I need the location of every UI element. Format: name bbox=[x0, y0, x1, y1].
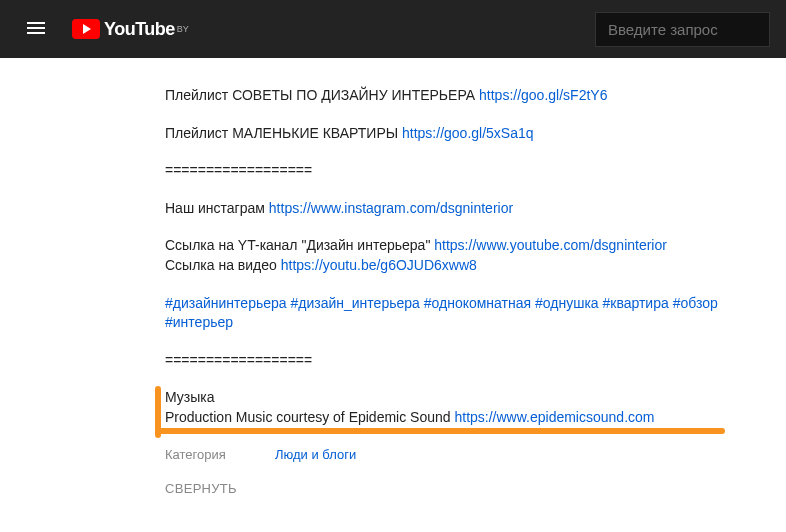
video-link[interactable]: https://youtu.be/g6OJUD6xww8 bbox=[281, 257, 477, 273]
search-input[interactable] bbox=[595, 12, 770, 47]
header: YouTube BY bbox=[0, 0, 786, 58]
music-line: Production Music courtesy of Epidemic So… bbox=[165, 408, 786, 428]
logo-region: BY bbox=[177, 24, 189, 34]
hashtag-link[interactable]: #интерьер bbox=[165, 314, 233, 330]
menu-button[interactable] bbox=[16, 8, 56, 51]
playlist2-text: Плейлист МАЛЕНЬКИЕ КВАРТИРЫ bbox=[165, 125, 402, 141]
instagram-line: Наш инстаграм https://www.instagram.com/… bbox=[165, 199, 786, 219]
hashtags-block: #дизайнинтерьера #дизайн_интерьера #одно… bbox=[165, 294, 786, 333]
instagram-text: Наш инстаграм bbox=[165, 200, 269, 216]
hashtag-link[interactable]: #однушка bbox=[535, 295, 599, 311]
play-icon bbox=[72, 19, 100, 39]
channel-text: Ссылка на YT-канал "Дизайн интерьера" bbox=[165, 237, 434, 253]
channel-link[interactable]: https://www.youtube.com/dsgninterior bbox=[434, 237, 667, 253]
hashtag-link[interactable]: #дизайн_интерьера bbox=[290, 295, 419, 311]
category-label: Категория bbox=[165, 446, 275, 464]
hashtag-link[interactable]: #однокомнатная bbox=[424, 295, 531, 311]
hamburger-icon bbox=[24, 16, 48, 40]
hashtag-link[interactable]: #обзор bbox=[673, 295, 718, 311]
channel-video-block: Ссылка на YT-канал "Дизайн интерьера" ht… bbox=[165, 236, 786, 275]
divider-1: ================== bbox=[165, 161, 786, 181]
music-text: Production Music courtesy of Epidemic So… bbox=[165, 409, 454, 425]
category-link[interactable]: Люди и блоги bbox=[275, 446, 356, 464]
playlist1-link[interactable]: https://goo.gl/sF2tY6 bbox=[479, 87, 607, 103]
playlist2-link[interactable]: https://goo.gl/5xSa1q bbox=[402, 125, 534, 141]
playlist-line-1: Плейлист СОВЕТЫ ПО ДИЗАЙНУ ИНТЕРЬЕРА htt… bbox=[165, 86, 786, 106]
divider-2: ================== bbox=[165, 351, 786, 371]
playlist1-text: Плейлист СОВЕТЫ ПО ДИЗАЙНУ ИНТЕРЬЕРА bbox=[165, 87, 479, 103]
video-description: Плейлист СОВЕТЫ ПО ДИЗАЙНУ ИНТЕРЬЕРА htt… bbox=[0, 58, 786, 498]
collapse-button[interactable]: СВЕРНУТЬ bbox=[165, 480, 786, 498]
logo-text: YouTube bbox=[104, 19, 175, 40]
playlist-line-2: Плейлист МАЛЕНЬКИЕ КВАРТИРЫ https://goo.… bbox=[165, 124, 786, 144]
youtube-logo[interactable]: YouTube BY bbox=[72, 19, 189, 40]
hashtag-link[interactable]: #квартира bbox=[603, 295, 669, 311]
instagram-link[interactable]: https://www.instagram.com/dsgninterior bbox=[269, 200, 513, 216]
video-text: Ссылка на видео bbox=[165, 257, 281, 273]
hashtag-link[interactable]: #дизайнинтерьера bbox=[165, 295, 287, 311]
music-title: Музыка bbox=[165, 388, 786, 408]
music-link[interactable]: https://www.epidemicsound.com bbox=[454, 409, 654, 425]
music-credit-highlight: Музыка Production Music courtesy of Epid… bbox=[165, 388, 786, 427]
category-row: Категория Люди и блоги bbox=[165, 446, 786, 464]
